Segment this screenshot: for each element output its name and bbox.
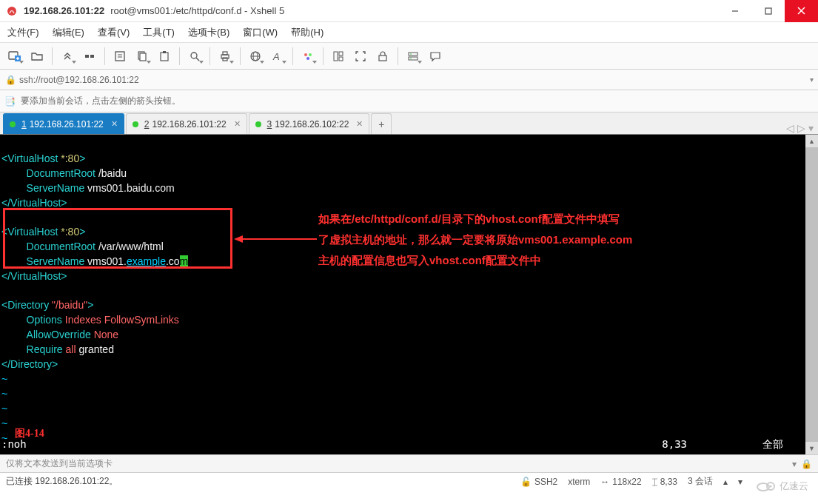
annotation-text: 如果在/etc/httpd/conf.d/目录下的vhost.conf配置文件中… [318,209,718,271]
toolbar: A [0,43,818,70]
svg-rect-22 [223,58,227,61]
tab-strip: 1 192.168.26.101:22 ✕ 2 192.168.26.101:2… [0,112,818,135]
status-dot-icon [133,121,138,127]
color-button[interactable] [298,46,318,67]
session-tab-1[interactable]: 1 192.168.26.101:22 ✕ [3,113,124,134]
tab-menu-icon[interactable]: ▾ [808,122,814,134]
svg-marker-39 [234,235,243,243]
find-button[interactable] [184,46,205,67]
scroll-down-icon[interactable]: ▼ [805,442,818,454]
tab-nav: ◁ ▷ ▾ [782,122,818,134]
status-term: xterm [568,477,590,487]
svg-rect-11 [115,52,124,61]
vim-scroll-pos: 全部 [762,437,783,451]
vim-cursor-pos: 8,33 [662,437,687,451]
open-folder-button[interactable] [27,46,47,67]
copy-button[interactable] [132,46,152,67]
disconnect-button[interactable] [79,46,100,67]
menu-edit[interactable]: 编辑(E) [53,26,84,39]
svg-point-37 [410,58,412,59]
address-text[interactable]: ssh://root@192.168.26.101:22 [19,75,139,85]
scroll-up-icon[interactable]: ▲ [805,135,818,147]
status-pos: ⌶8,33 [652,477,677,487]
svg-rect-35 [409,57,418,60]
svg-rect-9 [85,55,89,58]
reconnect-button[interactable] [57,46,78,67]
font-button[interactable]: A [267,46,288,67]
globe-button[interactable] [245,46,266,67]
status-connected: 已连接 192.168.26.101:22。 [6,475,118,488]
minimize-button[interactable] [718,0,751,22]
address-dropdown-icon[interactable]: ▾ [810,75,814,84]
svg-rect-32 [339,57,343,61]
layout-button[interactable] [328,46,349,67]
session-tab-3[interactable]: 3 192.168.26.102:22 ✕ [249,113,370,134]
watermark-logo: 亿速云 [756,475,815,497]
send-target-dropdown-icon[interactable]: ▾ [792,459,797,469]
svg-rect-33 [379,56,386,61]
lock-button[interactable] [372,46,393,67]
menu-file[interactable]: 文件(F) [7,26,39,39]
tab-next-icon[interactable]: ▷ [797,122,805,134]
terminal-cursor: m [180,255,189,267]
terminal-scrollbar[interactable]: ▲ ▼ [805,135,818,454]
svg-rect-17 [163,51,166,53]
session-tab-2[interactable]: 2 192.168.26.101:22 ✕ [126,113,247,134]
tab-prev-icon[interactable]: ◁ [786,122,794,134]
chat-button[interactable] [425,46,446,67]
status-bar: 已连接 192.168.26.101:22。 🔓SSH2 xterm ↔118x… [0,472,818,490]
watermark-text: 亿速云 [780,480,808,493]
address-bar: 🔒 ssh://root@192.168.26.101:22 ▾ [0,70,818,90]
menu-view[interactable]: 查看(V) [98,26,130,39]
tab-label: 192.168.26.102:22 [275,119,349,130]
print-button[interactable] [215,46,235,67]
terminal-pane[interactable]: <VirtualHost *:80> DocumentRoot /baidu S… [0,135,805,454]
send-lock-icon[interactable]: 🔒 [801,459,812,469]
status-up-icon[interactable]: ▴ [723,477,728,487]
resize-icon: ↔ [600,477,609,487]
lock-icon: 🔓 [520,477,532,487]
status-size: ↔118x22 [600,477,641,487]
new-session-button[interactable] [4,46,25,67]
status-dot-icon [10,121,16,127]
vim-command-line: :noh [1,437,27,451]
status-down-icon[interactable]: ▾ [738,477,742,487]
maximize-button[interactable] [751,0,785,22]
menu-tools[interactable]: 工具(T) [143,26,175,39]
properties-button[interactable] [110,46,130,67]
fullscreen-button[interactable] [350,46,371,67]
svg-point-27 [304,53,307,56]
svg-rect-2 [765,8,771,14]
send-text-placeholder: 仅将文本发送到当前选项卡 [6,457,113,470]
close-button[interactable] [785,0,818,22]
tab-number: 1 [21,119,27,130]
svg-text:A: A [272,51,280,62]
svg-point-29 [306,57,309,60]
paste-button[interactable] [154,46,175,67]
tab-number: 3 [267,119,272,130]
menu-help[interactable]: 帮助(H) [291,26,323,39]
svg-rect-21 [223,52,227,55]
scrollbar-thumb[interactable] [805,147,818,442]
svg-rect-15 [140,53,146,61]
menu-tabs[interactable]: 选项卡(B) [188,26,229,39]
hint-text: 要添加当前会话，点击左侧的箭头按钮。 [21,95,181,107]
send-text-bar[interactable]: 仅将文本发送到当前选项卡 ▾ 🔒 [0,454,818,472]
svg-point-18 [191,53,197,58]
bookmark-add-icon[interactable]: 📑 [4,96,16,107]
svg-point-28 [309,53,312,56]
tab-close-icon[interactable]: ✕ [111,119,118,129]
window-title-ip: 192.168.26.101:22 [24,5,104,16]
svg-rect-10 [90,55,94,58]
menu-window[interactable]: 窗口(W) [243,26,278,39]
tab-number: 2 [144,119,150,130]
status-ssh: 🔓SSH2 [520,477,557,487]
address-lock-icon: 🔒 [4,75,16,85]
ftp-button[interactable] [403,46,423,67]
tab-label: 192.168.26.101:22 [30,119,104,130]
tab-close-icon[interactable]: ✕ [234,119,241,129]
hint-bar: 📑 要添加当前会话，点击左侧的箭头按钮。 [0,90,818,112]
tab-close-icon[interactable]: ✕ [356,119,363,129]
svg-rect-16 [161,53,168,61]
new-tab-button[interactable]: + [371,113,392,134]
